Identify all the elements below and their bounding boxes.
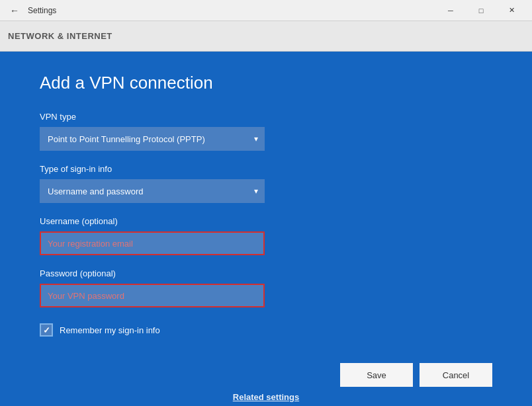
nav-label: NETWORK & INTERNET: [8, 31, 112, 41]
vpn-type-label: VPN type: [40, 112, 506, 122]
window-title: Settings: [28, 6, 435, 15]
top-nav: NETWORK & INTERNET: [0, 21, 532, 52]
checkmark-icon: ✓: [43, 325, 50, 335]
title-bar: ← Settings ─ □ ✕: [0, 0, 532, 21]
username-section: Username (optional): [40, 216, 506, 255]
maximize-button[interactable]: □: [466, 0, 496, 21]
remember-label: Remember my sign-in info: [60, 325, 160, 335]
cancel-button[interactable]: Cancel: [420, 363, 492, 387]
save-button[interactable]: Save: [340, 363, 413, 387]
related-settings-link[interactable]: Related settings: [233, 392, 299, 402]
username-input[interactable]: [40, 231, 265, 255]
remember-checkbox[interactable]: ✓: [40, 323, 53, 337]
vpn-type-section: VPN type Point to Point Tunnelling Proto…: [40, 112, 506, 151]
page-title: Add a VPN connection: [40, 73, 506, 93]
bottom-hint: Related settings: [0, 387, 532, 406]
password-input[interactable]: [40, 284, 265, 307]
window-controls: ─ □ ✕: [435, 0, 527, 21]
password-label: Password (optional): [40, 268, 506, 278]
button-row: Save Cancel: [40, 363, 506, 387]
sign-in-type-label: Type of sign-in info: [40, 164, 506, 174]
sign-in-type-select-wrapper: Username and password ▾: [40, 179, 265, 203]
close-button[interactable]: ✕: [496, 0, 527, 21]
minimize-button[interactable]: ─: [435, 0, 466, 21]
vpn-type-select[interactable]: Point to Point Tunnelling Protocol (PPTP…: [40, 127, 265, 151]
vpn-type-select-wrapper: Point to Point Tunnelling Protocol (PPTP…: [40, 127, 265, 151]
sign-in-type-section: Type of sign-in info Username and passwo…: [40, 164, 506, 203]
main-content: Add a VPN connection VPN type Point to P…: [0, 52, 532, 406]
password-section: Password (optional): [40, 268, 506, 307]
username-label: Username (optional): [40, 216, 506, 226]
remember-row: ✓ Remember my sign-in info: [40, 323, 506, 337]
sign-in-type-select[interactable]: Username and password: [40, 179, 265, 203]
back-button[interactable]: ←: [5, 1, 24, 20]
